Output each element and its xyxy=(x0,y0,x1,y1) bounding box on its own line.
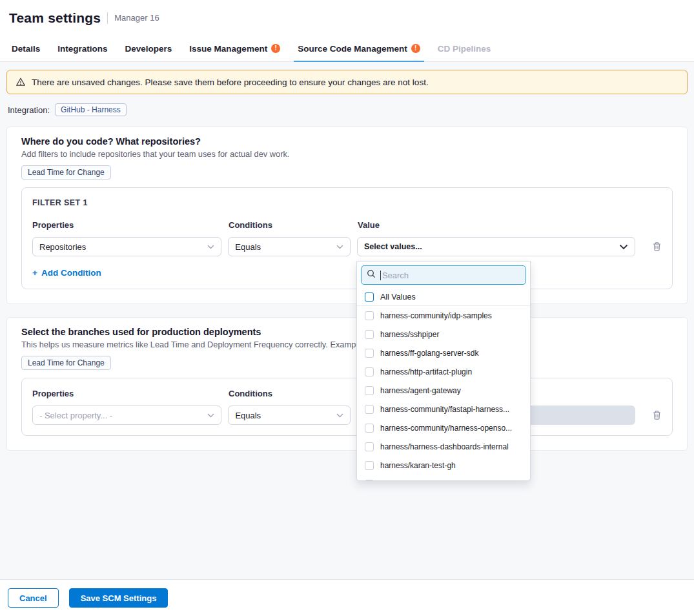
footer-bar: Cancel Save SCM Settings xyxy=(0,579,694,616)
repo-option[interactable]: harness-community/fastapi-harness... xyxy=(357,400,530,418)
checkbox-icon[interactable] xyxy=(365,424,374,433)
branch-condition-select[interactable]: Equals xyxy=(228,406,351,425)
chevron-down-icon xyxy=(619,244,628,250)
save-scm-settings-button[interactable]: Save SCM Settings xyxy=(69,588,168,608)
integration-chip[interactable]: GitHub - Harness xyxy=(55,103,127,116)
search-icon xyxy=(367,269,376,281)
dropdown-search-box[interactable] xyxy=(361,265,526,285)
repo-option-clipped[interactable]: harness/internal-test-dashboard xyxy=(357,475,530,481)
chevron-down-icon xyxy=(336,245,343,249)
dropdown-search-input[interactable] xyxy=(382,271,520,280)
checkbox-icon[interactable] xyxy=(365,461,374,470)
tab-developers-label: Developers xyxy=(125,44,172,54)
lead-time-chip: Lead Time for Change xyxy=(21,165,111,180)
property-select-value: Repositories xyxy=(39,242,86,252)
repo-option[interactable]: harness/http-artifact-plugin xyxy=(357,362,530,381)
delete-filter-button[interactable] xyxy=(652,241,662,252)
repo-option-label: harness/karan-test-gh xyxy=(380,461,456,470)
checkbox-icon[interactable] xyxy=(365,480,374,482)
repo-option[interactable]: harness-community/idp-samples xyxy=(357,306,530,325)
main-content: There are unsaved changes. Please save t… xyxy=(0,62,694,579)
value-column-label: Value xyxy=(358,220,637,230)
checkbox-icon[interactable] xyxy=(365,442,374,451)
checkbox-icon[interactable] xyxy=(365,386,374,395)
warning-triangle-icon xyxy=(15,77,26,87)
properties-column-label: Properties xyxy=(32,389,222,398)
properties-column-label: Properties xyxy=(32,220,222,230)
warning-badge-icon: ! xyxy=(271,44,280,53)
tab-developers[interactable]: Developers xyxy=(125,36,172,61)
tab-integrations-label: Integrations xyxy=(57,44,107,54)
all-values-option[interactable]: All Values xyxy=(357,289,530,306)
delete-filter-button[interactable] xyxy=(652,410,662,420)
filter-set-1: FILTER SET 1 Properties Conditions Value… xyxy=(21,187,673,289)
repo-option-label: harness/internal-test-dashboard xyxy=(380,480,489,482)
page-header: Team settings Manager 16 xyxy=(0,0,694,36)
condition-select[interactable]: Equals xyxy=(228,237,351,256)
integration-row: Integration: GitHub - Harness xyxy=(8,103,686,116)
branch-property-select[interactable]: - Select property... - xyxy=(32,406,221,425)
tab-details[interactable]: Details xyxy=(12,36,40,61)
tab-source-code-management[interactable]: Source Code Management ! xyxy=(298,36,420,61)
title-divider xyxy=(107,12,108,24)
repositories-section-subtitle: Add filters to include repositories that… xyxy=(21,149,673,159)
tab-details-label: Details xyxy=(12,44,40,54)
checkbox-icon[interactable] xyxy=(365,367,374,376)
repo-option[interactable]: harness/sshpiper xyxy=(357,325,530,344)
conditions-column-label: Conditions xyxy=(229,220,351,230)
repo-option-label: harness-community/idp-samples xyxy=(380,311,492,320)
repo-option-label: harness/harness-dashboards-internal xyxy=(380,442,509,451)
repositories-section: Where do you code? What repositories? Ad… xyxy=(6,127,688,304)
chevron-down-icon xyxy=(336,413,343,418)
branch-condition-value: Equals xyxy=(235,411,261,420)
checkbox-icon[interactable] xyxy=(365,405,374,414)
value-dropdown-panel: All Values harness-community/idp-samples… xyxy=(356,261,531,481)
branches-section-subtitle: This helps us measure metrics like Lead … xyxy=(21,340,673,349)
condition-select-value: Equals xyxy=(235,242,261,252)
all-values-label: All Values xyxy=(380,293,416,302)
plus-icon: + xyxy=(32,268,37,278)
repositories-section-title: Where do you code? What repositories? xyxy=(21,136,673,147)
repo-option-label: harness/http-artifact-plugin xyxy=(380,367,472,376)
repo-option[interactable]: harness/karan-test-gh xyxy=(357,456,530,475)
property-select[interactable]: Repositories xyxy=(32,237,221,256)
conditions-column-label: Conditions xyxy=(229,389,351,398)
add-condition-label: Add Condition xyxy=(41,268,101,278)
tab-cd-pipelines-label: CD Pipelines xyxy=(438,44,491,54)
page-title: Team settings xyxy=(9,10,101,26)
banner-text: There are unsaved changes. Please save t… xyxy=(32,77,429,87)
repo-option-label: harness/ff-golang-server-sdk xyxy=(380,349,479,358)
value-multiselect[interactable]: Select values... xyxy=(357,237,635,256)
lead-time-chip: Lead Time for Change xyxy=(21,356,111,370)
warning-badge-icon: ! xyxy=(411,44,420,53)
checkbox-icon[interactable] xyxy=(365,311,374,320)
branch-property-placeholder: - Select property... - xyxy=(39,411,112,420)
branches-section-title: Select the branches used for production … xyxy=(21,327,673,337)
repo-option[interactable]: harness/ff-golang-server-sdk xyxy=(357,344,530,362)
repo-option[interactable]: harness-community/harness-openso... xyxy=(357,418,530,437)
tab-issue-management[interactable]: Issue Management ! xyxy=(189,36,280,61)
repo-option[interactable]: harness/harness-dashboards-internal xyxy=(357,437,530,456)
filter-set-1-title: FILTER SET 1 xyxy=(32,198,662,207)
branches-filter-row: - Select property... - Equals xyxy=(32,406,662,425)
page-subtitle: Manager 16 xyxy=(114,13,159,23)
tab-integrations[interactable]: Integrations xyxy=(57,36,107,61)
branches-filter-set: Properties Conditions - Select property.… xyxy=(21,378,673,436)
tab-bar: Details Integrations Developers Issue Ma… xyxy=(0,36,694,62)
filter-set-1-column-labels: Properties Conditions Value xyxy=(32,220,662,230)
checkbox-icon[interactable] xyxy=(365,293,374,302)
repo-option-label: harness-community/fastapi-harness... xyxy=(380,405,509,414)
repo-option-label: harness-community/harness-openso... xyxy=(380,424,512,433)
branches-section: Select the branches used for production … xyxy=(6,317,688,451)
chevron-down-icon xyxy=(207,245,214,249)
tab-source-code-management-label: Source Code Management xyxy=(298,44,407,54)
chevron-down-icon xyxy=(207,413,214,418)
cancel-button[interactable]: Cancel xyxy=(8,588,59,608)
add-condition-button[interactable]: + Add Condition xyxy=(32,268,101,278)
repo-option[interactable]: harness/agent-gateway xyxy=(357,381,530,400)
tab-issue-management-label: Issue Management xyxy=(189,44,267,54)
checkbox-icon[interactable] xyxy=(365,349,374,358)
checkbox-icon[interactable] xyxy=(365,330,374,339)
repo-option-label: harness/sshpiper xyxy=(380,330,439,339)
repo-option-label: harness/agent-gateway xyxy=(380,386,461,395)
